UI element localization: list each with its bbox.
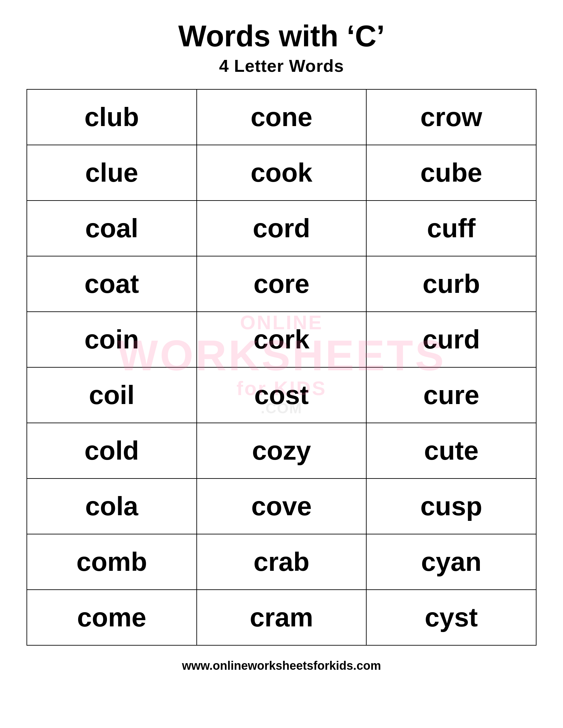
word-text: come [77, 603, 146, 632]
word-text: cone [251, 102, 313, 132]
word-cell: cord [197, 201, 367, 256]
word-text: cram [250, 603, 313, 632]
word-text: core [253, 269, 309, 298]
word-text: cozy [252, 436, 311, 465]
table-row: coldcozycute [27, 423, 536, 478]
word-text: cost [254, 380, 309, 410]
word-cell: comb [27, 534, 197, 590]
word-cell: cram [197, 590, 367, 645]
table-row: cluecookcube [27, 145, 536, 201]
table-row: coalcordcuff [27, 201, 536, 256]
word-cell: coil [27, 367, 197, 423]
word-cell: cube [366, 145, 536, 201]
footer-url: www.onlineworksheetsforkids.com [182, 659, 381, 673]
word-cell: cyan [366, 534, 536, 590]
page-title: Words with ‘C’ [178, 20, 385, 53]
word-text: coat [84, 269, 139, 298]
word-cell: cook [197, 145, 367, 201]
word-table: clubconecrowcluecookcubecoalcordcuffcoat… [26, 89, 537, 646]
word-text: cold [84, 436, 139, 465]
word-text: cola [85, 491, 138, 521]
word-text: cuff [427, 213, 476, 243]
word-cell: come [27, 590, 197, 645]
word-cell: coat [27, 256, 197, 312]
word-text: cute [424, 436, 479, 465]
word-cell: cyst [366, 590, 536, 645]
word-text: cyan [421, 547, 481, 576]
table-row: coilcostcure [27, 367, 536, 423]
word-cell: coal [27, 201, 197, 256]
word-text: cork [253, 325, 309, 354]
word-text: comb [76, 547, 147, 576]
word-text: coil [89, 380, 134, 410]
word-cell: cusp [366, 478, 536, 534]
word-cell: cone [197, 89, 367, 145]
page: Words with ‘C’ 4 Letter Words ONLINE WOR… [0, 0, 563, 728]
word-cell: curb [366, 256, 536, 312]
table-row: colacovecusp [27, 478, 536, 534]
word-cell: cola [27, 478, 197, 534]
word-text: cusp [420, 491, 482, 521]
word-text: cube [420, 158, 482, 187]
word-cell: clue [27, 145, 197, 201]
word-text: cure [423, 380, 479, 410]
word-cell: cuff [366, 201, 536, 256]
word-cell: curd [366, 312, 536, 367]
word-text: cove [251, 491, 312, 521]
word-text: clue [85, 158, 138, 187]
word-text: cord [253, 213, 310, 243]
table-row: combcrabcyan [27, 534, 536, 590]
word-cell: crow [366, 89, 536, 145]
word-cell: coin [27, 312, 197, 367]
word-cell: club [27, 89, 197, 145]
word-text: coal [85, 213, 138, 243]
word-cell: cute [366, 423, 536, 478]
page-subtitle: 4 Letter Words [219, 56, 344, 76]
table-row: coincorkcurd [27, 312, 536, 367]
word-text: crow [420, 102, 482, 132]
word-text: coin [84, 325, 139, 354]
word-cell: cove [197, 478, 367, 534]
word-cell: cost [197, 367, 367, 423]
word-cell: cork [197, 312, 367, 367]
word-text: club [84, 102, 139, 132]
table-row: coatcorecurb [27, 256, 536, 312]
word-text: cook [251, 158, 313, 187]
word-cell: cold [27, 423, 197, 478]
word-text: curb [423, 269, 480, 298]
word-text: curd [423, 325, 480, 354]
table-row: clubconecrow [27, 89, 536, 145]
table-row: comecramcyst [27, 590, 536, 645]
word-cell: cure [366, 367, 536, 423]
word-cell: core [197, 256, 367, 312]
word-text: crab [253, 547, 309, 576]
word-text: cyst [425, 603, 478, 632]
word-cell: crab [197, 534, 367, 590]
word-cell: cozy [197, 423, 367, 478]
